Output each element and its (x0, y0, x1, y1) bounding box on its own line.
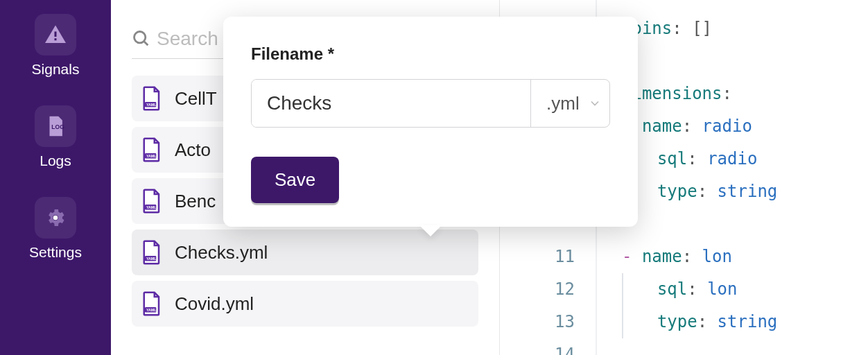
sidebar-item-label: Settings (29, 244, 82, 261)
indent-guide (622, 306, 623, 338)
code-line: type: string (622, 306, 777, 338)
file-item[interactable]: YAML Covid.yml (132, 281, 478, 327)
svg-text:YAML: YAML (146, 257, 157, 261)
yaml-file-icon: YAML (141, 189, 162, 214)
svg-text:YAML: YAML (146, 205, 157, 209)
code-line: joins: [] (622, 12, 777, 45)
svg-text:YAML: YAML (146, 154, 157, 158)
line-number: 11 (500, 241, 575, 273)
yaml-file-icon: YAML (141, 86, 162, 111)
filename-input-row: .yml (251, 79, 610, 128)
line-number: 12 (500, 273, 575, 306)
svg-line-5 (144, 42, 148, 46)
yaml-file-icon: YAML (141, 137, 162, 162)
extension-label: .yml (546, 93, 580, 114)
code-line: type: string (622, 175, 777, 208)
filename-input[interactable] (252, 80, 530, 127)
file-label: Covid.yml (175, 293, 254, 315)
code-line: sql: radio (622, 143, 777, 175)
code-line: - name: radio (622, 110, 777, 143)
line-number: 13 (500, 306, 575, 338)
filename-popover: Filename * .yml Save (223, 17, 638, 227)
chevron-down-icon (588, 96, 602, 110)
log-file-icon: LOG (35, 105, 76, 147)
svg-rect-1 (54, 38, 56, 40)
search-icon (132, 29, 151, 49)
svg-text:YAML: YAML (146, 308, 157, 312)
extension-select[interactable]: .yml (530, 80, 610, 127)
sidebar: Signals LOG Logs Settings (0, 0, 111, 355)
svg-point-3 (53, 216, 58, 220)
sidebar-item-settings[interactable]: Settings (29, 197, 82, 261)
code-line: sql: lon (622, 273, 777, 306)
sidebar-item-label: Logs (40, 153, 71, 169)
code-line (622, 45, 777, 78)
line-number: 14 (500, 338, 575, 355)
code-line (622, 208, 777, 241)
file-label: Benc (175, 191, 216, 212)
sidebar-item-signals[interactable]: Signals (32, 14, 80, 78)
gear-icon (35, 197, 76, 239)
yaml-file-icon: YAML (141, 240, 162, 265)
sidebar-item-logs[interactable]: LOG Logs (35, 105, 76, 169)
yaml-file-icon: YAML (141, 291, 162, 316)
svg-text:YAML: YAML (146, 103, 157, 107)
svg-point-4 (134, 32, 146, 43)
code-line: dimensions: (622, 78, 777, 110)
svg-text:LOG: LOG (51, 123, 64, 130)
file-label: Acto (175, 139, 211, 161)
svg-rect-0 (54, 32, 56, 37)
file-label: Checks.yml (175, 242, 268, 263)
sidebar-item-label: Signals (32, 61, 80, 78)
filename-field-label: Filename * (251, 44, 610, 64)
indent-guide (622, 273, 623, 306)
save-button[interactable]: Save (251, 157, 339, 203)
warning-triangle-icon (35, 14, 76, 55)
file-label: CellT (175, 88, 217, 110)
code-line: - name: lon (622, 241, 777, 273)
